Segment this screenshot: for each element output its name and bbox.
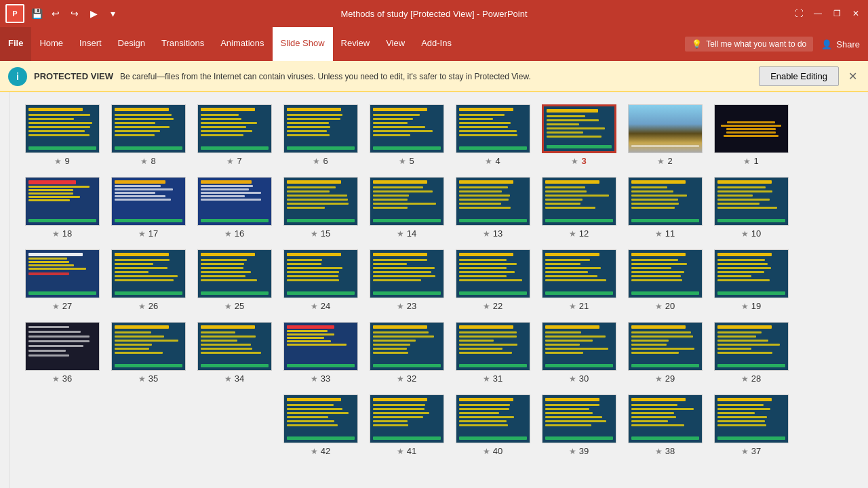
minimize-button[interactable]: — <box>811 7 825 20</box>
slide-star-37[interactable]: ★ <box>741 447 749 456</box>
slide-star-40[interactable]: ★ <box>483 447 490 456</box>
slide-star-39[interactable]: ★ <box>569 447 576 456</box>
slide-thumbnail-8[interactable] <box>111 104 186 153</box>
slide-star-14[interactable]: ★ <box>397 229 404 239</box>
slide-thumbnail-30[interactable] <box>542 322 616 371</box>
slide-thumbnail-28[interactable] <box>714 322 789 371</box>
slide-star-26[interactable]: ★ <box>138 302 146 311</box>
slide-thumbnail-34[interactable] <box>197 322 272 371</box>
slide-star-8[interactable]: ★ <box>140 157 148 166</box>
slide-thumbnail-10[interactable] <box>714 177 789 226</box>
slide-thumbnail-25[interactable] <box>197 249 272 298</box>
tab-insert[interactable]: Insert <box>71 27 110 61</box>
slide-star-9[interactable]: ★ <box>54 157 62 166</box>
slide-star-19[interactable]: ★ <box>741 302 749 311</box>
slide-star-11[interactable]: ★ <box>655 229 663 239</box>
tab-slideshow[interactable]: Slide Show <box>273 27 333 61</box>
slide-thumbnail-19[interactable] <box>714 249 789 298</box>
slide-star-34[interactable]: ★ <box>224 374 232 384</box>
slide-star-4[interactable]: ★ <box>485 157 492 166</box>
share-button[interactable]: 👤 Share <box>813 39 868 49</box>
slide-thumbnail-21[interactable] <box>542 249 616 298</box>
tab-file[interactable]: File <box>0 27 31 61</box>
slide-thumbnail-14[interactable] <box>370 177 444 226</box>
slide-star-17[interactable]: ★ <box>138 229 146 239</box>
slide-star-10[interactable]: ★ <box>741 229 749 239</box>
slide-thumbnail-37[interactable] <box>714 394 789 443</box>
tab-addins[interactable]: Add-Ins <box>413 27 460 61</box>
slide-star-41[interactable]: ★ <box>397 447 404 456</box>
slide-star-25[interactable]: ★ <box>224 302 232 311</box>
slide-star-30[interactable]: ★ <box>569 374 576 384</box>
slide-star-24[interactable]: ★ <box>311 302 318 311</box>
slide-thumbnail-39[interactable] <box>542 394 616 443</box>
slide-star-36[interactable]: ★ <box>52 374 60 384</box>
tab-design[interactable]: Design <box>110 27 153 61</box>
slide-thumbnail-42[interactable] <box>283 394 358 443</box>
close-button[interactable]: ✕ <box>849 7 863 20</box>
slide-thumbnail-36[interactable] <box>25 322 100 371</box>
slide-star-1[interactable]: ★ <box>743 157 751 166</box>
slide-thumbnail-20[interactable] <box>628 249 703 298</box>
slide-star-16[interactable]: ★ <box>224 229 232 239</box>
restore-button[interactable]: ❐ <box>830 7 844 20</box>
slide-star-20[interactable]: ★ <box>655 302 663 311</box>
slide-star-23[interactable]: ★ <box>397 302 404 311</box>
slide-thumbnail-41[interactable] <box>370 394 444 443</box>
save-button[interactable]: 💾 <box>28 5 45 22</box>
slide-star-6[interactable]: ★ <box>313 157 320 166</box>
slide-thumbnail-15[interactable] <box>283 177 358 226</box>
slide-thumbnail-38[interactable] <box>628 394 703 443</box>
slide-thumbnail-5[interactable] <box>370 104 444 153</box>
slide-star-33[interactable]: ★ <box>311 374 318 384</box>
slide-star-38[interactable]: ★ <box>655 447 663 456</box>
slide-thumbnail-3[interactable] <box>542 104 616 153</box>
slide-thumbnail-4[interactable] <box>456 104 530 153</box>
redo-button[interactable]: ↪ <box>66 5 83 22</box>
slide-thumbnail-18[interactable] <box>25 177 100 226</box>
slide-star-15[interactable]: ★ <box>311 229 318 239</box>
slide-star-12[interactable]: ★ <box>569 229 576 239</box>
tab-home[interactable]: Home <box>31 27 71 61</box>
slide-thumbnail-7[interactable] <box>197 104 272 153</box>
slide-star-3[interactable]: ★ <box>571 157 578 166</box>
slide-thumbnail-2[interactable] <box>628 104 703 153</box>
slide-thumbnail-9[interactable] <box>25 104 100 153</box>
slide-star-42[interactable]: ★ <box>311 447 318 456</box>
slide-star-29[interactable]: ★ <box>655 374 663 384</box>
slide-star-22[interactable]: ★ <box>483 302 490 311</box>
present-button[interactable]: ▶ <box>85 5 102 22</box>
slide-star-5[interactable]: ★ <box>399 157 406 166</box>
slide-thumbnail-32[interactable] <box>370 322 444 371</box>
tab-review[interactable]: Review <box>333 27 378 61</box>
slide-star-35[interactable]: ★ <box>138 374 146 384</box>
slide-thumbnail-17[interactable] <box>111 177 186 226</box>
slide-thumbnail-26[interactable] <box>111 249 186 298</box>
slide-star-27[interactable]: ★ <box>52 302 60 311</box>
slide-thumbnail-33[interactable] <box>283 322 358 371</box>
tell-me-search[interactable]: 💡 Tell me what you want to do <box>685 37 813 52</box>
customize-button[interactable]: ▾ <box>104 5 121 22</box>
slide-star-32[interactable]: ★ <box>397 374 404 384</box>
undo-button[interactable]: ↩ <box>47 5 64 22</box>
slide-thumbnail-11[interactable] <box>628 177 703 226</box>
slide-star-7[interactable]: ★ <box>226 157 234 166</box>
slide-thumbnail-35[interactable] <box>111 322 186 371</box>
slide-thumbnail-31[interactable] <box>456 322 530 371</box>
slide-star-2[interactable]: ★ <box>657 157 665 166</box>
slide-thumbnail-40[interactable] <box>456 394 530 443</box>
tab-view[interactable]: View <box>378 27 413 61</box>
slide-star-31[interactable]: ★ <box>483 374 490 384</box>
slide-thumbnail-22[interactable] <box>456 249 530 298</box>
slide-star-21[interactable]: ★ <box>569 302 576 311</box>
slide-star-13[interactable]: ★ <box>483 229 490 239</box>
tab-transitions[interactable]: Transitions <box>153 27 212 61</box>
slide-thumbnail-27[interactable] <box>25 249 100 298</box>
slide-star-28[interactable]: ★ <box>741 374 749 384</box>
slide-thumbnail-12[interactable] <box>542 177 616 226</box>
slide-thumbnail-24[interactable] <box>283 249 358 298</box>
slide-thumbnail-13[interactable] <box>456 177 530 226</box>
fullscreen-button[interactable]: ⛶ <box>792 7 806 20</box>
close-protected-bar-button[interactable]: ✕ <box>846 70 860 83</box>
slide-star-18[interactable]: ★ <box>52 229 60 239</box>
